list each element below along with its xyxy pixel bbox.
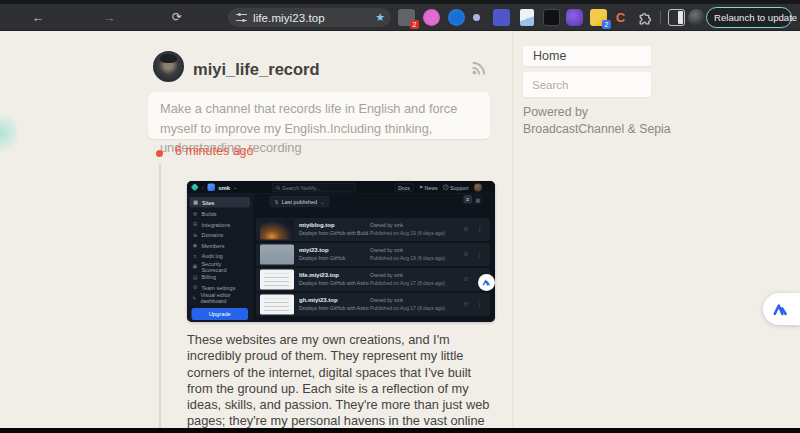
sort-icon: ⇅ (275, 199, 279, 205)
profile-avatar[interactable] (688, 9, 705, 26)
channel-description-card: Make a channel that records life in Engl… (148, 92, 490, 139)
toolbar-separator (660, 11, 661, 24)
sort-dropdown: ⇅ Last published ⌄ (270, 196, 329, 207)
star-icon: ☆ (463, 275, 469, 283)
list-view-icon: ≡ (464, 195, 473, 204)
site-row: miyiblog.top Deploys from GitHub with Bu… (256, 218, 490, 241)
reload-button[interactable]: ⟳ (167, 7, 187, 27)
team-avatar (208, 184, 216, 192)
view-toggles: ≡ ▦ (464, 195, 483, 204)
question-icon: ? (443, 185, 449, 191)
extension-icon-3[interactable] (448, 9, 465, 26)
row-menu-icon: ⋮ (477, 250, 483, 257)
star-icon: ☆ (463, 225, 469, 233)
address-bar[interactable]: life.miyi23.top ★ (228, 8, 391, 27)
sidebar-item-sites: ▦Sites (190, 197, 251, 208)
extension-icon-10[interactable]: C (612, 9, 629, 26)
star-icon: ☆ (463, 250, 469, 258)
row-menu-icon: ⋮ (477, 300, 483, 307)
monica-logo-icon (772, 301, 789, 318)
bookmark-star-icon[interactable]: ★ (375, 11, 385, 24)
star-icon: ☆ (463, 300, 469, 308)
news-link: ⚑News (419, 184, 438, 190)
sidebar-item-domains: ⊕Domains (187, 230, 253, 241)
channel-avatar[interactable] (153, 51, 184, 82)
extension-icon-5[interactable] (493, 9, 510, 26)
site-thumbnail (260, 220, 294, 240)
site-thumbnail (260, 245, 294, 265)
docs-link: Docs (394, 183, 413, 191)
row-menu-icon: ⋮ (477, 225, 483, 232)
sidebar-home-link[interactable]: Home (523, 46, 651, 66)
rss-icon[interactable] (471, 59, 488, 76)
sidebar-item-security-scorecard: ▣Security Scorecard (187, 261, 253, 272)
site-row: miyi23.top Deploys from GitHub Owned by … (256, 243, 490, 266)
post-timestamp[interactable]: 6 minutes ago (175, 144, 254, 158)
browser-toolbar: ← → ⟳ life.miyi23.top ★ 2 2 C Relaunch t… (0, 4, 800, 31)
grid-view-icon: ▦ (474, 195, 483, 204)
window-bottom-edge (0, 428, 800, 433)
post-image-dashboard-screenshot[interactable]: / smk ⌄ Search Netlify... Docs ⚑News ?Su… (187, 181, 495, 322)
dashboard-user-avatar (474, 183, 482, 191)
extension-icon-8[interactable] (566, 9, 583, 26)
back-button[interactable]: ← (28, 7, 48, 27)
forward-icon: → (103, 10, 116, 25)
relaunch-label: Relaunch to update (714, 12, 797, 23)
site-row: life.miyi23.top Deploys from GitHub with… (256, 268, 490, 291)
reload-icon: ⟳ (172, 10, 182, 24)
monica-icon-in-image (478, 274, 495, 291)
dashboard-topbar: / smk ⌄ Search Netlify... Docs ⚑News ?Su… (187, 181, 495, 194)
sidebar-item-visual-editor: ✎Visual editor dashboard (187, 293, 253, 304)
sidebar-search (523, 72, 651, 97)
forward-button[interactable]: → (99, 7, 119, 27)
support-link: ?Support (443, 184, 468, 190)
team-name: smk (218, 184, 230, 191)
extensions-puzzle-icon[interactable] (636, 9, 653, 26)
dashboard-sidebar: ▦Sites ⚒Builds ⊞Integrations ⊕Domains ◉M… (187, 194, 253, 322)
chevron-down-icon: ⌄ (320, 199, 324, 205)
sidebar-item-members: ◉Members (187, 240, 253, 251)
extension-icon-6[interactable] (520, 9, 534, 26)
extension-icon-7[interactable] (543, 9, 560, 26)
breadcrumb-slash: / (202, 184, 204, 191)
extension-icon-9[interactable]: 2 (590, 9, 607, 26)
extension-badge: 2 (602, 20, 611, 29)
upgrade-button: Upgrade (192, 308, 249, 320)
timeline-line (159, 164, 161, 428)
dashboard-search: Search Netlify... (272, 183, 356, 192)
flag-icon: ⚑ (419, 185, 423, 190)
sidebar-item-builds: ⚒Builds (187, 209, 253, 220)
sidebar-item-integrations: ⊞Integrations (187, 219, 253, 230)
relaunch-to-update-button[interactable]: Relaunch to update ⋮ (706, 7, 792, 28)
tune-icon[interactable] (236, 13, 247, 22)
timeline-dot (156, 150, 163, 157)
sidebar-divider (512, 31, 513, 428)
dashboard-search-placeholder: Search Netlify... (282, 185, 320, 191)
sidebar-item-billing: ▤Billing (187, 272, 253, 283)
search-input[interactable] (523, 72, 651, 97)
monica-assistant-button[interactable] (763, 293, 800, 325)
decorative-glow (0, 109, 18, 157)
browser-chrome: ← → ⟳ life.miyi23.top ★ 2 2 C Relaunch t… (0, 0, 800, 31)
site-thumbnail (260, 295, 294, 315)
back-icon: ← (32, 10, 45, 25)
powered-by: Powered by BroadcastChannel & Sepia (523, 104, 671, 137)
post-body-text: These websites are my own creations, and… (187, 332, 494, 428)
web-page: miyi_life_record Make a channel that rec… (0, 31, 800, 428)
site-row: gh.miyi23.top Deploys from GitHub with A… (256, 293, 490, 316)
extension-icon-2[interactable] (423, 9, 440, 26)
url-text[interactable]: life.miyi23.top (253, 12, 371, 24)
netlify-logo-icon (191, 183, 199, 191)
extension-badge: 2 (410, 20, 419, 29)
side-panel-icon[interactable] (668, 9, 685, 26)
channel-title: miyi_life_record (193, 60, 320, 79)
site-thumbnail (260, 270, 294, 290)
search-icon (276, 186, 280, 190)
extension-icon-4[interactable] (473, 14, 480, 21)
extension-icon-1[interactable]: 2 (398, 9, 415, 26)
team-switcher-icon: ⌄ (233, 185, 237, 191)
